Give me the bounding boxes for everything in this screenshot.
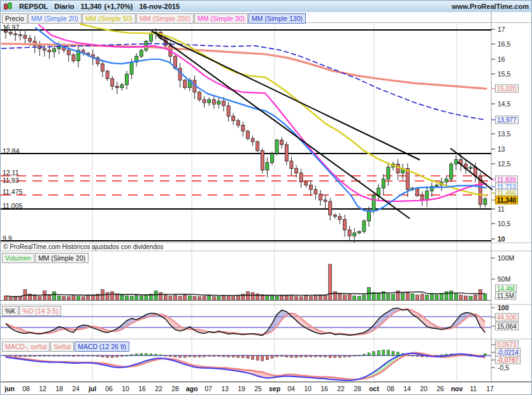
macd-button-macd-se-al[interactable]: MACD-, señal [2,341,50,352]
time-axis-label: 08 [387,385,394,392]
price-axis-tick-label: 16 [498,55,505,63]
indicator-button-mm-simple-130-[interactable]: MM (Simple 130) [248,13,306,24]
stoch-button--k[interactable]: %K [2,306,18,316]
price-axis-tick-label: 16,5 [498,40,510,48]
time-axis-label: 04 [287,385,295,392]
indicator-button-mm-simple-200-[interactable]: MM (Simple 200) [136,13,194,24]
price-axis-tick-label: 13 [498,145,505,153]
time-axis-label: 20 [420,385,428,392]
time-axis-label: 25 [254,385,262,392]
price-axis-value-box: 11,340 [495,196,518,205]
price-axis-tick-label: 13,5 [498,130,510,138]
macd-button-macd-12-26-9-[interactable]: MACD (12 26 9) [75,341,129,352]
price-indicator-buttons: PrecioMM (Simple 20)MM (Simple 50)MM (Si… [2,13,306,24]
time-axis-label: ago [186,385,198,392]
macd-button-se-al[interactable]: Señal [50,341,74,352]
time-axis-label: 06 [105,385,113,392]
volume-button-volumen[interactable]: Volumen [2,253,34,263]
time-axis-label: 14 [403,385,411,392]
time-axis-label: 10 [122,385,129,392]
time-axis[interactable]: jun08121824jul0610162228ago07131925sep04… [1,382,532,395]
time-axis-label: 12 [39,385,47,392]
drawn-level-label: 12,11 [3,169,19,176]
time-axis-label: 16 [138,385,146,392]
price-axis-tick-label: 10,5 [498,220,510,227]
time-axis-label: 18 [55,385,63,392]
time-axis-label: 10 [304,385,312,392]
drawn-level-label: 12,84 [3,147,19,155]
drawn-level-label: 16,97 [3,24,19,31]
macd-main-line [6,353,485,380]
time-axis-label: 13 [221,385,229,392]
ma20-line [36,28,486,212]
copyright-note: © ProRealTime.com Históricos ajustados c… [3,243,164,250]
volume-axis-tick-label: 100M [498,254,514,262]
time-axis-label: 08 [22,385,30,392]
prorealtime-window: REPSOL Diario 11,340 (+1,70%) 16-nov-201… [0,0,532,395]
stoch-axis-value-box: 15,064 [495,322,519,331]
time-axis-label: jun [4,385,15,392]
drawn-level-label: 9,9 [3,234,12,242]
time-axis-label: sep [269,385,280,392]
price-axis-value-box: 15,020 [495,85,519,93]
indicator-button-mm-simple-50-[interactable]: MM (Simple 50) [82,13,136,24]
time-axis-label: 11 [470,385,477,392]
price-axis-tick-label: 14,5 [498,100,510,108]
indicator-button-precio[interactable]: Precio [2,13,27,24]
candles[interactable] [4,26,487,243]
time-axis-label: 24 [72,385,80,392]
time-axis-label: 07 [205,385,212,392]
chart-canvas[interactable] [1,1,532,395]
volume-indicator-buttons: VolumenMM (Simple 20) [2,253,89,263]
stoch-button--d-14-3-5-[interactable]: %D (14 3 5) [19,306,61,316]
macd-axis-value-box: -0,0787 [495,356,521,364]
volume-axis-value-box: 11,5M [495,292,516,300]
macd-axis-tick-label: -0,5 [498,364,509,371]
trendline[interactable] [157,35,410,219]
time-axis-label: 16 [320,385,328,392]
time-axis-label: 22 [155,385,162,392]
price-axis-value-box: 13,977 [495,116,519,124]
time-axis-label: 26 [436,385,444,392]
time-axis-label: nov [451,385,463,392]
macd-indicator-buttons: MACD-, señalSeñalMACD (12 26 9) [2,341,130,352]
drawn-level-label: 11,475 [3,188,22,196]
drawn-level-label: 11,93 [3,176,19,184]
price-axis-tick-label: 15,5 [498,70,510,78]
time-axis-label: 19 [238,385,245,392]
time-axis-label: 28 [354,385,361,392]
indicator-button-mm-simple-20-[interactable]: MM (Simple 20) [28,13,82,24]
stochastic-indicator-buttons: %K%D (14 3 5) [2,306,62,316]
price-axis-tick-label: 17 [498,25,505,33]
drawn-level-label: 11,005 [3,202,22,210]
macd-signal-line [6,353,485,380]
indicator-button-mm-simple-30-[interactable]: MM (Simple 30) [194,13,248,24]
time-axis-label: jul [89,385,96,392]
price-axis-tick-label: 12,5 [498,160,510,168]
time-axis-label: 17 [486,385,494,392]
time-axis-label: 28 [171,385,179,392]
price-axis-tick-label: 11 [498,205,505,213]
time-axis-label: 22 [337,385,345,392]
volume-axis-tick-label: 50M [498,275,510,283]
volume-button-mm-simple-20-[interactable]: MM (Simple 20) [35,253,89,263]
stoch-axis-tick-label: 100 [498,304,509,312]
stoch-axis-value-box: 44,506 [495,313,519,322]
price-axis-tick-label: 10 [498,235,505,243]
time-axis-label: oct [369,385,379,392]
